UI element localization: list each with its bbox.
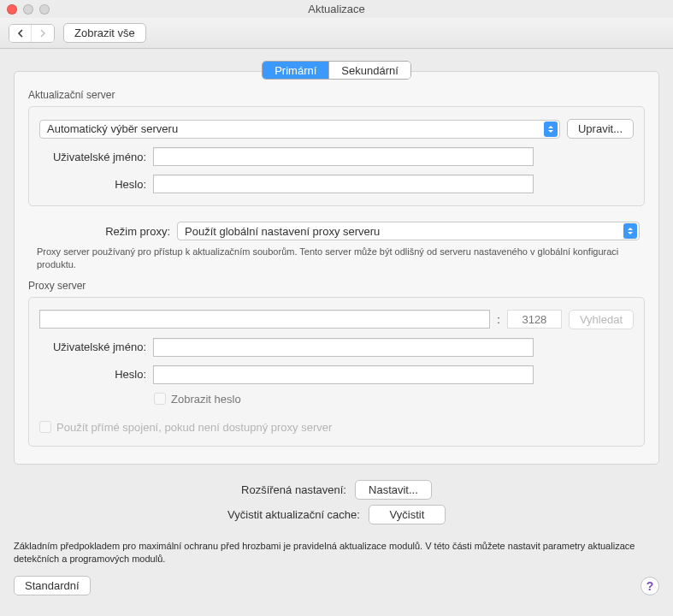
toolbar: Zobrazit vše xyxy=(0,18,673,49)
show-all-button[interactable]: Zobrazit vše xyxy=(63,23,146,43)
proxy-server-group: : Vyhledat Uživatelské jméno: Heslo: Zob… xyxy=(28,297,645,447)
direct-fallback-label: Použít přímé spojení, pokud není dostupn… xyxy=(56,421,332,434)
page-description: Základním předpokladem pro maximální och… xyxy=(0,530,673,566)
chevron-updown-icon xyxy=(623,223,637,239)
update-password-input[interactable] xyxy=(153,175,534,193)
update-server-group: Automatický výběr serveru Upravit... Uži… xyxy=(28,106,645,206)
nav-buttons xyxy=(9,24,55,43)
update-password-label: Heslo: xyxy=(39,178,146,191)
advanced-settings-button[interactable]: Nastavit... xyxy=(355,480,432,500)
host-port-separator: : xyxy=(497,313,500,326)
proxy-username-input[interactable] xyxy=(153,338,534,357)
update-username-label: Uživatelské jméno: xyxy=(39,151,146,163)
proxy-password-input[interactable] xyxy=(153,365,534,384)
standard-button[interactable]: Standardní xyxy=(14,576,91,595)
footer: Standardní ? xyxy=(0,566,673,606)
tab-bar: Primární Sekundární xyxy=(14,61,659,80)
proxy-port-input[interactable] xyxy=(507,310,562,329)
proxy-mode-value: Použít globální nastavení proxy serveru xyxy=(185,225,380,238)
proxy-username-label: Uživatelské jméno: xyxy=(39,341,146,353)
help-button[interactable]: ? xyxy=(641,577,659,595)
update-server-select[interactable]: Automatický výběr serveru xyxy=(39,120,560,139)
proxy-password-label: Heslo: xyxy=(39,368,146,381)
titlebar: Aktualizace xyxy=(0,0,673,18)
clear-cache-label: Vyčistit aktualizační cache: xyxy=(227,508,360,521)
chevron-updown-icon xyxy=(544,121,558,137)
direct-fallback-checkbox[interactable] xyxy=(39,421,51,433)
clear-cache-button[interactable]: Vyčistit xyxy=(369,505,446,524)
edit-servers-button[interactable]: Upravit... xyxy=(567,119,634,139)
proxy-host-input[interactable] xyxy=(39,310,490,329)
tab-primary[interactable]: Primární xyxy=(263,62,328,79)
update-server-select-value: Automatický výběr serveru xyxy=(47,122,178,135)
window-title: Aktualizace xyxy=(0,3,673,15)
advanced-actions: Rozšířená nastavení: Nastavit... Vyčisti… xyxy=(14,480,659,524)
back-button[interactable] xyxy=(9,25,32,42)
settings-panel: Aktualizační server Automatický výběr se… xyxy=(14,71,659,465)
proxy-mode-label: Režim proxy: xyxy=(33,225,170,238)
proxy-help-text: Proxy server používaný pro přístup k akt… xyxy=(37,246,636,271)
show-password-checkbox[interactable] xyxy=(154,393,166,405)
proxy-lookup-button[interactable]: Vyhledat xyxy=(569,310,634,329)
update-server-label: Aktualizační server xyxy=(28,89,645,101)
proxy-mode-select[interactable]: Použít globální nastavení proxy serveru xyxy=(177,222,640,240)
tab-secondary[interactable]: Sekundární xyxy=(328,62,410,79)
proxy-server-label: Proxy server xyxy=(28,280,645,292)
advanced-settings-label: Rozšířená nastavení: xyxy=(241,483,346,496)
show-password-label: Zobrazit heslo xyxy=(171,393,241,406)
forward-button[interactable] xyxy=(32,25,54,42)
update-username-input[interactable] xyxy=(153,147,534,166)
